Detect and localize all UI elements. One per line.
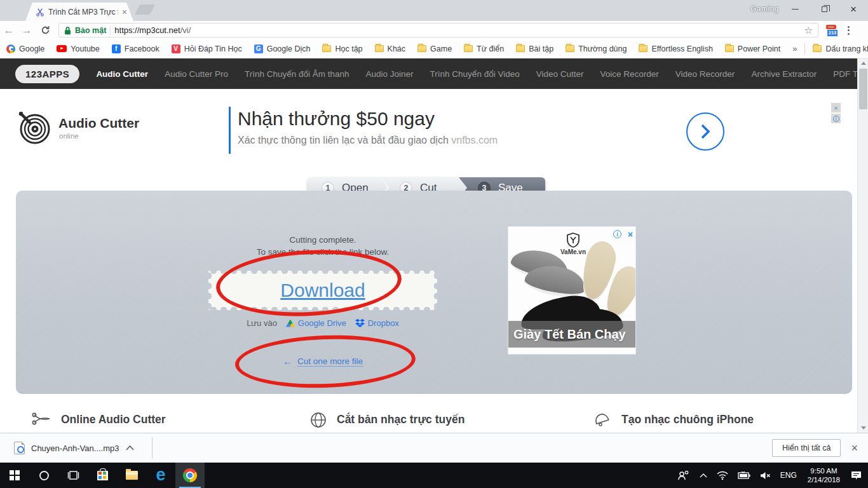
cortana-button[interactable]: [29, 463, 58, 488]
browser-menu-button[interactable]: [840, 26, 857, 35]
bookmarks-overflow-button[interactable]: »: [792, 44, 797, 53]
save-to-label: Lưu vào: [247, 318, 277, 328]
bookmark-folder-bai-tap[interactable]: Bài tập: [516, 44, 553, 53]
battery-button[interactable]: [735, 463, 753, 488]
reload-button[interactable]: [36, 25, 55, 35]
chevron-up-icon: [700, 473, 707, 478]
dropbox-link[interactable]: Dropbox: [355, 318, 399, 328]
bookmark-folder-power-point[interactable]: Power Point: [725, 44, 780, 53]
edge-icon: e: [156, 468, 165, 482]
chrome-button[interactable]: [175, 463, 205, 488]
show-all-downloads-button[interactable]: Hiển thị tất cả: [772, 439, 841, 457]
restore-icon: [822, 6, 827, 12]
nav-audio-cutter-pro[interactable]: Audio Cutter Pro: [165, 69, 228, 79]
site-logo[interactable]: 123APPS: [15, 65, 79, 83]
windows-logo-icon: [10, 470, 20, 480]
secure-label[interactable]: Bảo mật: [75, 26, 106, 35]
window-close-button[interactable]: ×: [839, 0, 868, 18]
extension-button[interactable]: 213: [825, 25, 837, 36]
browser-tab[interactable]: Trình Cắt MP3 Trực tuyến ×: [25, 3, 133, 21]
google-drive-icon: [286, 320, 295, 327]
battery-icon: [738, 471, 750, 479]
ad-info-icon[interactable]: i: [831, 114, 841, 123]
store-icon: [97, 471, 108, 480]
bookmark-google[interactable]: Google: [6, 44, 44, 53]
file-explorer-button[interactable]: [117, 463, 146, 488]
nav-audio-converter[interactable]: Trình Chuyển đổi Âm thanh: [245, 69, 349, 79]
address-bar[interactable]: Bảo mật https://mp3cut.net/vi/ ☆: [58, 23, 818, 37]
nav-voice-recorder[interactable]: Voice Recorder: [600, 69, 659, 79]
wifi-button[interactable]: [714, 463, 731, 488]
bookmark-folder-hoc-tap[interactable]: Học tập: [322, 44, 362, 53]
download-box: Download: [208, 271, 437, 310]
shoe-ad[interactable]: VaMe.vn i × Giày Tết Bán Chạy: [508, 227, 635, 354]
ad-info-icon[interactable]: i: [613, 230, 621, 238]
bookmark-folder-thuong-dung[interactable]: Thường dùng: [566, 44, 627, 53]
google-drive-link[interactable]: Google Drive: [286, 318, 346, 328]
shelf-close-icon[interactable]: ×: [851, 442, 858, 454]
scrollbar[interactable]: [857, 58, 868, 433]
ad-subline[interactable]: Xác thực thông tin liên lạc và bắt đầu g…: [238, 135, 498, 146]
site-navigation: 123APPS Audio Cutter Audio Cutter Pro Tr…: [0, 58, 868, 89]
task-view-button[interactable]: [58, 463, 88, 488]
bookmark-folder-game[interactable]: Game: [417, 44, 452, 53]
bookmark-folder-tu-dien[interactable]: Từ điển: [464, 44, 504, 53]
cut-one-more-file-link[interactable]: Cut one more file: [297, 356, 363, 367]
nav-audio-cutter[interactable]: Audio Cutter: [96, 69, 148, 79]
action-center-button[interactable]: [848, 463, 864, 488]
ad-cta-button[interactable]: [686, 112, 724, 151]
nav-video-recorder[interactable]: Video Recorder: [675, 69, 735, 79]
volume-muted-button[interactable]: [757, 463, 773, 488]
url-text[interactable]: https://mp3cut.net/vi/: [114, 25, 191, 35]
people-icon: [677, 470, 690, 480]
browser-profile-name[interactable]: Gaming: [750, 4, 779, 13]
window-minimize-button[interactable]: [780, 0, 810, 18]
forward-button[interactable]: →: [18, 24, 36, 37]
microsoft-store-button[interactable]: [88, 463, 117, 488]
bookmark-youtube[interactable]: Youtube: [57, 44, 99, 53]
edge-button[interactable]: e: [146, 463, 175, 488]
scroll-up-icon[interactable]: [858, 58, 868, 68]
tray-overflow-button[interactable]: [697, 463, 710, 488]
scroll-down-icon[interactable]: [858, 423, 868, 433]
ad-headline[interactable]: Nhận thưởng $50 ngay: [238, 108, 435, 130]
nav-audio-joiner[interactable]: Audio Joiner: [366, 69, 414, 79]
status-text-line2: To save the file click the link below.: [196, 247, 450, 257]
bookmark-facebook[interactable]: fFacebook: [112, 44, 159, 53]
chevron-up-icon[interactable]: [126, 445, 134, 451]
other-bookmarks-button[interactable]: Dấu trang khác: [813, 44, 868, 53]
bookmark-google-dich[interactable]: GGoogle Dịch: [254, 44, 311, 53]
downloaded-file-item[interactable]: Chuyen-Anh-Van....mp3: [0, 442, 144, 454]
download-link[interactable]: Download: [280, 280, 365, 301]
people-button[interactable]: [675, 463, 693, 488]
nav-video-converter[interactable]: Trình Chuyển đổi Video: [430, 69, 520, 79]
file-icon: [14, 442, 25, 454]
chevron-right-icon: [699, 123, 712, 140]
start-button[interactable]: [0, 463, 29, 488]
youtube-icon: [57, 45, 67, 52]
tab-title: Trình Cắt MP3 Trực tuyến: [48, 8, 118, 17]
folder-icon: [417, 45, 426, 52]
nav-archive-extractor[interactable]: Archive Extractor: [751, 69, 817, 79]
input-language-button[interactable]: ENG: [778, 463, 799, 488]
window-restore-button[interactable]: [810, 0, 839, 18]
bookmark-folder-effortless-english[interactable]: Effortless English: [639, 44, 712, 53]
scrollbar-thumb[interactable]: [859, 69, 867, 109]
page-subtitle: online: [59, 132, 79, 140]
new-tab-button[interactable]: [135, 4, 156, 15]
ad-close-icon[interactable]: ×: [831, 103, 841, 112]
clock[interactable]: 9:50 AM 2/14/2018: [804, 463, 844, 488]
bookmark-folder-khac[interactable]: Khác: [375, 44, 406, 53]
reload-icon: [41, 25, 50, 35]
shelf-divider: [152, 437, 153, 459]
tab-close-icon[interactable]: ×: [122, 8, 127, 17]
time: 9:50 AM: [810, 467, 837, 475]
bookmark-hoi-dap-tin-hoc[interactable]: VHỏi Đáp Tin Học: [172, 44, 242, 53]
back-button[interactable]: ←: [0, 24, 18, 37]
audio-cutter-logo-icon: [17, 111, 51, 145]
ringtone-bell-icon: [592, 412, 611, 427]
ad-close-icon[interactable]: ×: [628, 229, 633, 240]
bookmark-star-icon[interactable]: ☆: [804, 25, 813, 36]
speaker-muted-icon: [760, 471, 771, 480]
nav-video-cutter[interactable]: Video Cutter: [536, 69, 584, 79]
